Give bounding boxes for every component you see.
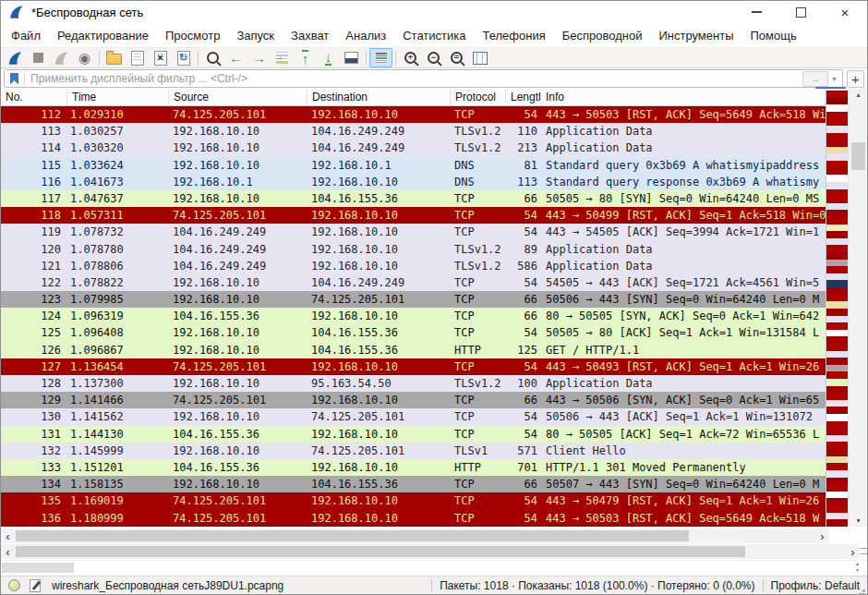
packet-row-113[interactable]: 1131.030257192.168.10.10104.16.249.249TL… (1, 123, 826, 140)
maximize-button[interactable] (778, 1, 823, 23)
apply-filter-button[interactable]: → (802, 71, 828, 87)
minimap-stripe (826, 492, 849, 499)
horizontal-scrollbar-2[interactable]: ‹ › (1, 544, 860, 559)
goto-packet-button[interactable]: → (271, 48, 294, 67)
minimap-stripe (826, 147, 849, 154)
menu-item-10[interactable]: Помощь (742, 26, 805, 45)
column-header-protocol[interactable]: Protocol (451, 89, 506, 105)
packet-row-115[interactable]: 1151.033624192.168.10.10192.168.10.1DNS8… (1, 157, 826, 174)
packet-row-117[interactable]: 1171.047637192.168.10.10104.16.155.36TCP… (1, 190, 826, 207)
reload-file-button[interactable]: ↻ (172, 48, 195, 67)
collapsed-pane-handle[interactable] (2, 563, 74, 573)
resize-grip-icon[interactable] (862, 589, 865, 592)
scroll-down-icon[interactable]: ▼ (849, 517, 868, 524)
autoscroll-button[interactable] (340, 48, 363, 67)
packet-row-125[interactable]: 1251.096408192.168.10.10104.16.155.36TCP… (1, 324, 826, 341)
horizontal-scroll-thumb-1[interactable] (16, 530, 689, 541)
scroll-left-icon[interactable]: ‹ (1, 544, 15, 559)
last-packet-button[interactable]: ↓ (317, 48, 340, 67)
stop-capture-button[interactable] (27, 48, 50, 67)
vertical-scrollbar[interactable]: ▲ ▼ (848, 89, 868, 527)
next-packet-button[interactable]: → (247, 48, 271, 67)
scroll-right-icon[interactable]: › (846, 544, 860, 559)
packet-row-131[interactable]: 1311.144130104.16.155.36192.168.10.10TCP… (1, 426, 826, 443)
resize-columns-button[interactable] (468, 48, 491, 67)
spinner-icon[interactable]: ▲▼ (855, 561, 860, 574)
zoom-100-button[interactable]: = (445, 48, 468, 67)
start-capture-button[interactable] (4, 48, 27, 67)
packet-row-127[interactable]: 1271.13645474.125.205.101192.168.10.10TC… (1, 358, 826, 375)
column-header-source[interactable]: Source (169, 89, 307, 105)
packet-row-122[interactable]: 1221.078822192.168.10.10104.16.249.249TC… (1, 274, 826, 291)
column-header-length[interactable]: Length (506, 89, 541, 105)
minimap-stripe (826, 118, 849, 126)
packet-row-128[interactable]: 1281.137300192.168.10.1095.163.54.50TLSv… (1, 375, 826, 392)
find-packet-button[interactable] (201, 48, 224, 67)
packet-row-120[interactable]: 1201.078780104.16.249.249192.168.10.10TL… (1, 241, 826, 258)
packet-row-123[interactable]: 1231.079985192.168.10.1074.125.205.101TC… (1, 291, 826, 308)
menu-item-6[interactable]: Статистика (394, 26, 474, 45)
minimap-stripe (826, 330, 849, 337)
menu-item-0[interactable]: Файл (3, 26, 49, 45)
packet-row-119[interactable]: 1191.078732104.16.249.249192.168.10.10TC… (1, 224, 826, 240)
open-file-button[interactable] (102, 48, 126, 67)
menu-item-2[interactable]: Просмотр (157, 26, 228, 45)
close-file-button[interactable]: × (149, 48, 172, 67)
menu-item-3[interactable]: Запуск (228, 26, 283, 45)
packet-row-126[interactable]: 1261.096867192.168.10.10104.16.155.36HTT… (1, 342, 826, 358)
minimap-stripe (826, 231, 849, 238)
filter-dropdown-icon[interactable]: ▼ (831, 76, 838, 82)
scroll-right-icon[interactable]: › (815, 528, 829, 543)
first-packet-button[interactable]: ↑ (294, 48, 317, 67)
col-no: 113 (1, 123, 67, 140)
packet-row-135[interactable]: 1351.16901974.125.205.101192.168.10.10TC… (1, 492, 826, 509)
expert-info-button[interactable] (8, 579, 20, 591)
scroll-up-icon[interactable]: ▲ (849, 91, 868, 98)
zoom-out-button[interactable]: − (422, 48, 445, 67)
packet-row-124[interactable]: 1241.096319104.16.155.36192.168.10.10TCP… (1, 308, 826, 324)
column-header-destination[interactable]: Destination (307, 89, 451, 105)
packet-row-129[interactable]: 1291.14146674.125.205.101192.168.10.10TC… (1, 392, 826, 408)
packet-row-116[interactable]: 1161.041673192.168.10.1192.168.10.10DNS1… (1, 174, 826, 190)
profile-label[interactable]: Профиль: Default (771, 579, 861, 592)
packet-row-133[interactable]: 1331.151201104.16.155.36192.168.10.10HTT… (1, 459, 826, 476)
col-no: 132 (1, 443, 67, 459)
packet-row-132[interactable]: 1321.145999192.168.10.1074.125.205.101TL… (1, 443, 826, 459)
horizontal-scrollbar-1[interactable]: ‹ › (1, 528, 829, 543)
previous-packet-button[interactable]: ← (224, 48, 247, 67)
horizontal-scroll-thumb-2[interactable] (16, 546, 745, 557)
menu-item-7[interactable]: Телефония (474, 26, 553, 45)
menu-item-8[interactable]: Беспроводной (554, 26, 651, 45)
intelligent-scrollbar[interactable] (826, 91, 849, 527)
menu-item-5[interactable]: Анализ (337, 26, 394, 45)
scroll-left-icon[interactable]: ‹ (1, 528, 15, 543)
close-button[interactable]: × (823, 1, 867, 23)
menu-item-1[interactable]: Редактирование (49, 26, 157, 45)
colorize-button[interactable] (369, 48, 392, 67)
add-filter-button[interactable]: + (847, 70, 864, 88)
packet-row-130[interactable]: 1301.141562192.168.10.1074.125.205.101TC… (1, 408, 826, 425)
filter-bookmark-button[interactable] (5, 70, 25, 87)
packet-row-112[interactable]: 1121.02931074.125.205.101192.168.10.10TC… (1, 106, 826, 123)
capture-comment-button[interactable] (30, 579, 41, 592)
zoom-in-button[interactable]: + (399, 48, 422, 67)
packet-row-114[interactable]: 1141.030320192.168.10.10104.16.249.249TL… (1, 140, 826, 156)
packet-row-134[interactable]: 1341.158135192.168.10.10104.16.155.36TCP… (1, 476, 826, 492)
save-file-button[interactable] (126, 48, 149, 67)
display-filter-input[interactable]: Применить дисплейный фильтр ... <Ctrl-/>… (4, 69, 843, 88)
packet-row-121[interactable]: 1211.078806104.16.249.249192.168.10.10TL… (1, 258, 826, 274)
packet-row-136[interactable]: 1361.18099974.125.205.101192.168.10.10TC… (1, 510, 826, 527)
minimize-button[interactable] (734, 1, 778, 23)
column-header-time[interactable]: Time (67, 89, 169, 105)
menu-item-4[interactable]: Захват (283, 26, 337, 45)
column-header-no[interactable]: No. (1, 89, 67, 105)
menu-item-9[interactable]: Инструменты (650, 26, 741, 45)
minimap-stripe (826, 519, 849, 527)
minimap-stripe (826, 161, 849, 168)
vertical-scroll-thumb[interactable] (851, 142, 865, 170)
capture-options-button[interactable]: ◉ (73, 48, 96, 67)
restart-capture-button[interactable] (50, 48, 73, 67)
column-header-info[interactable]: Info (541, 89, 826, 105)
splitter-grip[interactable] (861, 548, 868, 554)
packet-row-118[interactable]: 1181.05731174.125.205.101192.168.10.10TC… (1, 207, 826, 224)
